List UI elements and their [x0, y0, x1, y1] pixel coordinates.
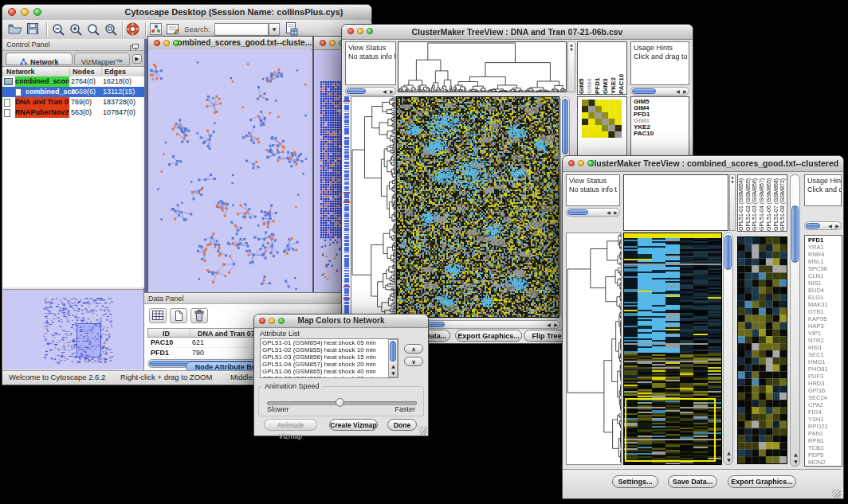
column-label[interactable]: GIM5 — [578, 42, 586, 94]
tv1-export-graphics-button[interactable]: Export Graphics... — [455, 330, 522, 342]
attribute-item[interactable]: GPL51-01 (GSM854) heat shock 05 min — [261, 339, 388, 346]
tab-vizmapper[interactable]: VizMapper™ — [74, 53, 130, 65]
help-lifering-icon[interactable] — [126, 22, 139, 39]
gene-label[interactable]: GTB1 — [808, 308, 842, 315]
gene-label[interactable]: CLN1 — [808, 272, 842, 279]
minimize-button[interactable] — [329, 40, 336, 46]
scrollbar-thumb[interactable] — [724, 235, 732, 270]
network-row[interactable]: combined_scores_ 2764(0) 16218(0) — [2, 76, 144, 87]
column-label[interactable]: GPL51-07 (GSM868) — [773, 175, 780, 231]
tv2-dendro-scroll-strip[interactable]: ▲▼ — [729, 174, 736, 231]
network-view-title-bar[interactable]: combined_scores_good.txt--cluste... — [148, 37, 312, 50]
tv2-column-dendrogram[interactable] — [623, 174, 728, 231]
tv2-save-data-button[interactable]: Save Data... — [668, 475, 717, 488]
gene-label[interactable]: SEC24 — [808, 394, 842, 401]
gene-label[interactable]: PHO81 — [808, 365, 842, 373]
attribute-item[interactable]: GPL51-07 (GSM868) heat shock 60 min — [261, 375, 388, 378]
scrollbar-thumb[interactable] — [567, 209, 588, 215]
attribute-list-scrollbar[interactable]: ▲ ▼ — [388, 339, 398, 377]
gene-label[interactable]: MAK31 — [808, 301, 842, 308]
gene-label[interactable]: PUF3 — [808, 373, 842, 380]
gene-label[interactable]: SPC98 — [808, 265, 842, 272]
scroll-right-arrow[interactable]: ▶ — [681, 88, 689, 95]
attribute-listbox[interactable]: GPL51-01 (GSM854) heat shock 05 minGPL51… — [260, 338, 398, 378]
animation-speed-slider[interactable] — [267, 398, 415, 408]
column-label[interactable]: PFD1 — [594, 42, 602, 94]
gene-label[interactable]: HMG1 — [808, 358, 842, 365]
tv2-export-graphics-button[interactable]: Export Graphics... — [728, 475, 796, 488]
gene-label[interactable]: PAN1 — [808, 430, 842, 437]
search-dropdown-button[interactable]: ▼ — [269, 23, 280, 36]
scroll-down-arrow[interactable]: ▼ — [725, 456, 732, 463]
scrollbar-thumb[interactable] — [390, 341, 396, 361]
column-label[interactable]: GPL51-04 (GSM857) — [759, 175, 766, 231]
scrollbar-thumb[interactable] — [562, 99, 568, 154]
tv2-settings-button[interactable]: Settings... — [612, 475, 658, 488]
scroll-right-arrow[interactable]: ▶ — [834, 222, 841, 229]
gene-label[interactable]: PEP5 — [808, 451, 842, 459]
scroll-left-arrow[interactable]: ◀ — [826, 222, 834, 229]
tv2-view-status-scrollbar[interactable]: ◀ ▶ — [566, 208, 620, 217]
gene-label[interactable]: BUD4 — [808, 287, 842, 294]
scrollbar-thumb[interactable] — [806, 223, 820, 229]
gene-label[interactable]: FIG4 — [808, 408, 842, 416]
column-label[interactable]: GPL51-01 (GSM854) — [738, 175, 745, 231]
network-canvas[interactable] — [148, 49, 311, 291]
birdseye-canvas[interactable] — [3, 290, 143, 369]
tv1-similarity-matrix[interactable] — [582, 100, 622, 138]
close-button[interactable] — [154, 40, 160, 46]
gene-label[interactable]: TCB3 — [808, 444, 842, 451]
scroll-up-arrow[interactable]: ▲ — [725, 449, 732, 456]
zoom-in-icon[interactable] — [69, 23, 83, 39]
main-title-bar[interactable]: Cytoscape Desktop (Session Name: collins… — [2, 5, 371, 21]
gene-label[interactable]: SEC1 — [808, 351, 842, 358]
scroll-down-arrow[interactable]: ▼ — [792, 458, 799, 465]
minimize-button[interactable] — [578, 160, 584, 166]
tv1-heatmap[interactable] — [396, 96, 559, 318]
save-session-icon[interactable] — [27, 23, 38, 37]
close-button[interactable] — [568, 160, 575, 166]
scroll-left-arrow[interactable]: ◀ — [381, 88, 388, 95]
zoom-selected-icon[interactable] — [104, 23, 118, 39]
gene-label[interactable]: PAC10 — [634, 131, 689, 137]
scroll-left-arrow[interactable]: ◀ — [545, 321, 552, 328]
close-button[interactable] — [320, 40, 326, 46]
close-button[interactable] — [259, 318, 265, 324]
tv2-right-vscrollbar[interactable]: ▲ ▼ — [790, 174, 800, 467]
tv1-selection-strip[interactable] — [344, 96, 350, 318]
tv1-column-dendrogram[interactable] — [398, 41, 567, 92]
zoom-button[interactable] — [587, 160, 594, 166]
zoom-out-icon[interactable] — [52, 23, 65, 39]
gene-label[interactable]: RPO21 — [808, 423, 842, 430]
zoom-fit-icon[interactable] — [87, 23, 100, 39]
column-label[interactable]: GPL51-06 (GSM865) — [766, 175, 773, 231]
tv2-zoom-heatmap[interactable] — [737, 236, 787, 464]
animate-vizmap-button[interactable]: Animate Vizmap — [264, 419, 317, 431]
tv1-dendro-scroll-strip[interactable]: ▲▼ — [567, 41, 575, 92]
tv2-heatmap[interactable] — [623, 232, 722, 465]
network-row[interactable]: combined_sco 2569(6) 13112(15) — [2, 87, 144, 97]
tv2-row-dendrogram[interactable] — [566, 232, 622, 465]
tv1-view-status-scrollbar[interactable]: ◀ ▶ — [345, 87, 396, 96]
network-row[interactable]: DNA and Tran 07 769(0) 183728(0) — [2, 97, 144, 107]
scroll-right-arrow[interactable]: ▶ — [612, 209, 619, 216]
network-row[interactable]: RNAPuberNov2+ 563(0) 107847(0) — [2, 107, 144, 118]
zoom-button[interactable] — [367, 28, 373, 34]
open-session-icon[interactable] — [8, 23, 22, 37]
tab-overflow-button[interactable]: ▶ — [132, 54, 142, 64]
tv1-row-dendrogram[interactable] — [351, 96, 396, 318]
scrollbar-thumb[interactable] — [347, 88, 366, 94]
zoom-button[interactable] — [278, 318, 285, 324]
gene-label[interactable]: KAP95 — [808, 315, 842, 322]
move-up-button[interactable]: ∧ — [404, 344, 423, 354]
minimize-button[interactable] — [163, 40, 170, 46]
scrollbar-thumb[interactable] — [791, 205, 799, 263]
treeview1-title-bar[interactable]: ClusterMaker TreeView : DNA and Tran 07-… — [342, 25, 693, 40]
tv2-usage-hints-scrollbar[interactable]: ◀ ▶ — [804, 221, 842, 230]
scroll-right-arrow[interactable]: ▶ — [388, 88, 395, 95]
column-label[interactable]: GPL51-08 (GSM872) — [779, 175, 787, 231]
gene-label[interactable]: YRA1 — [808, 244, 842, 251]
gene-label[interactable]: ELG1 — [808, 294, 842, 301]
dialog-title-bar[interactable]: Map Colors to Network — [254, 315, 428, 328]
gene-label[interactable]: MSI1 — [808, 344, 842, 351]
